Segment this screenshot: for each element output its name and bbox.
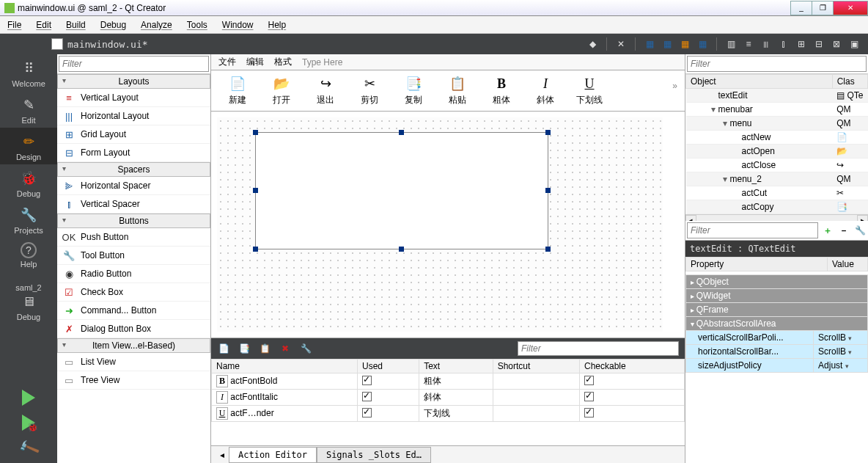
- form-menu-format[interactable]: 格式: [274, 56, 292, 68]
- menu-file[interactable]: File: [7, 20, 21, 30]
- scrollbar-h[interactable]: ◂▸: [685, 214, 868, 221]
- widget-item[interactable]: ➜Command... Button: [57, 302, 210, 320]
- menu-analyze[interactable]: Analyze: [141, 20, 172, 30]
- action-filter-input[interactable]: [518, 341, 679, 356]
- col-class[interactable]: Clas: [832, 75, 867, 89]
- resize-handle[interactable]: [253, 130, 258, 135]
- toolbar-item[interactable]: 📋粘贴: [440, 75, 475, 106]
- checkbox[interactable]: [584, 408, 594, 418]
- minimize-button[interactable]: _: [790, 1, 812, 15]
- resize-handle[interactable]: [545, 130, 551, 135]
- toolbar-overflow-icon[interactable]: »: [672, 81, 677, 91]
- menu-help[interactable]: Help: [268, 20, 287, 30]
- adjust-size-icon[interactable]: ▣: [847, 37, 861, 51]
- widget-item[interactable]: 🔧Tool Button: [57, 247, 210, 265]
- resize-handle[interactable]: [399, 130, 404, 135]
- widget-item[interactable]: ⫸Horizontal Spacer: [57, 177, 210, 195]
- action-row[interactable]: I actFontItalic斜体: [212, 390, 685, 406]
- checkbox[interactable]: [584, 376, 594, 385]
- menu-window[interactable]: Window: [222, 20, 254, 30]
- checkbox[interactable]: [584, 392, 594, 401]
- mode-debug[interactable]: 🐞Debug: [0, 164, 57, 201]
- config-action-icon[interactable]: 🔧: [299, 342, 312, 355]
- property-row[interactable]: horizontalScrollBar...ScrollB ▾: [686, 345, 868, 359]
- close-button[interactable]: ✕: [833, 1, 868, 15]
- property-group[interactable]: QFrame: [686, 303, 868, 317]
- property-group[interactable]: QAbstractScrollArea: [686, 317, 868, 331]
- run-button[interactable]: [18, 388, 40, 407]
- edit-signals-icon[interactable]: ▦: [661, 37, 674, 51]
- mode-help[interactable]: ?Help: [0, 238, 57, 271]
- mode-design[interactable]: ✏Design: [0, 128, 57, 164]
- col-object[interactable]: Object: [686, 75, 833, 89]
- close-doc-icon[interactable]: ✕: [614, 37, 628, 51]
- checkbox[interactable]: [362, 392, 372, 401]
- object-row[interactable]: ▾menubar QM: [686, 103, 868, 117]
- widget-item[interactable]: ⫿Vertical Spacer: [57, 195, 210, 214]
- widget-item[interactable]: ☑Check Box: [57, 283, 210, 302]
- widget-group[interactable]: Item View...el-Based): [57, 338, 210, 353]
- object-row[interactable]: ▾menu QM: [686, 117, 868, 131]
- new-action-icon[interactable]: 📄: [217, 342, 230, 355]
- toolbar-item[interactable]: ↪退出: [308, 75, 343, 106]
- tab-signals-slots[interactable]: Signals _Slots Ed…: [317, 447, 431, 463]
- toolbar-item[interactable]: U下划线: [572, 75, 607, 106]
- resize-handle[interactable]: [253, 247, 258, 252]
- object-row[interactable]: ▾menu_2 QM: [686, 172, 868, 186]
- layout-hs-icon[interactable]: ⫼: [760, 37, 773, 51]
- widget-item[interactable]: |||Horizontal Layout: [57, 107, 210, 125]
- col-property[interactable]: Property: [686, 258, 828, 271]
- expander-icon[interactable]: ▾: [711, 104, 718, 114]
- object-row[interactable]: actCopy📑: [686, 200, 868, 214]
- expander-icon[interactable]: ▾: [723, 174, 730, 184]
- action-row[interactable]: U actF…nder下划线: [212, 406, 685, 422]
- edit-widgets-icon[interactable]: ▦: [643, 37, 656, 51]
- resize-handle[interactable]: [253, 188, 258, 193]
- widget-item[interactable]: ⊞Grid Layout: [57, 125, 210, 144]
- run-debug-button[interactable]: 🐞: [18, 413, 40, 432]
- selected-textedit[interactable]: [255, 132, 548, 249]
- menu-debug[interactable]: Debug: [100, 20, 126, 30]
- object-row[interactable]: actClose↪: [686, 158, 868, 172]
- toolbar-item[interactable]: 📑复制: [396, 75, 431, 106]
- layout-h-icon[interactable]: ▥: [724, 37, 738, 51]
- property-row[interactable]: verticalScrollBarPoli...ScrollB ▾: [686, 331, 868, 345]
- column-header[interactable]: Text: [419, 360, 493, 373]
- menu-tools[interactable]: Tools: [187, 20, 207, 30]
- add-property-icon[interactable]: ＋: [821, 224, 834, 237]
- checkbox[interactable]: [362, 376, 372, 385]
- copy-action-icon[interactable]: 📑: [238, 342, 251, 355]
- toolbar-item[interactable]: B粗体: [484, 75, 519, 106]
- layout-vs-icon[interactable]: ⫿: [777, 37, 790, 51]
- widget-group[interactable]: Layouts: [57, 74, 210, 89]
- column-header[interactable]: Checkable: [580, 360, 685, 373]
- dropdown-icon[interactable]: ◆: [586, 37, 599, 51]
- object-row[interactable]: actCut✂: [686, 186, 868, 200]
- layout-grid-icon[interactable]: ⊞: [795, 37, 808, 51]
- property-row[interactable]: sizeAdjustPolicyAdjust ▾: [686, 359, 868, 373]
- config-property-icon[interactable]: 🔧: [853, 224, 867, 237]
- menu-edit[interactable]: Edit: [36, 20, 51, 30]
- mode-projects[interactable]: 🔧Projects: [0, 201, 57, 238]
- layout-v-icon[interactable]: ≡: [742, 37, 755, 51]
- object-filter-input[interactable]: [687, 56, 867, 72]
- col-value[interactable]: Value: [828, 258, 868, 271]
- widget-group[interactable]: Spacers: [57, 162, 210, 177]
- expander-icon[interactable]: ▾: [723, 118, 730, 128]
- maximize-button[interactable]: ❐: [812, 1, 834, 15]
- object-row[interactable]: actNew📄: [686, 131, 868, 145]
- paste-action-icon[interactable]: 📋: [258, 342, 271, 355]
- widget-item[interactable]: ✗Dialog Button Box: [57, 320, 210, 338]
- tab-action-editor[interactable]: Action Editor: [229, 447, 317, 463]
- toolbar-item[interactable]: 📂打开: [264, 75, 299, 106]
- toolbar-item[interactable]: I斜体: [528, 75, 563, 106]
- widget-filter-input[interactable]: [59, 56, 209, 72]
- edit-tab-order-icon[interactable]: ▦: [696, 37, 709, 51]
- widget-item[interactable]: OKPush Button: [57, 228, 210, 247]
- delete-action-icon[interactable]: ✖: [279, 342, 292, 355]
- form-menu-file[interactable]: 文件: [218, 56, 236, 68]
- resize-handle[interactable]: [545, 247, 551, 252]
- toolbar-item[interactable]: 📄新建: [220, 75, 255, 106]
- mode-edit[interactable]: ✎Edit: [0, 91, 57, 128]
- property-filter-input[interactable]: [687, 222, 818, 238]
